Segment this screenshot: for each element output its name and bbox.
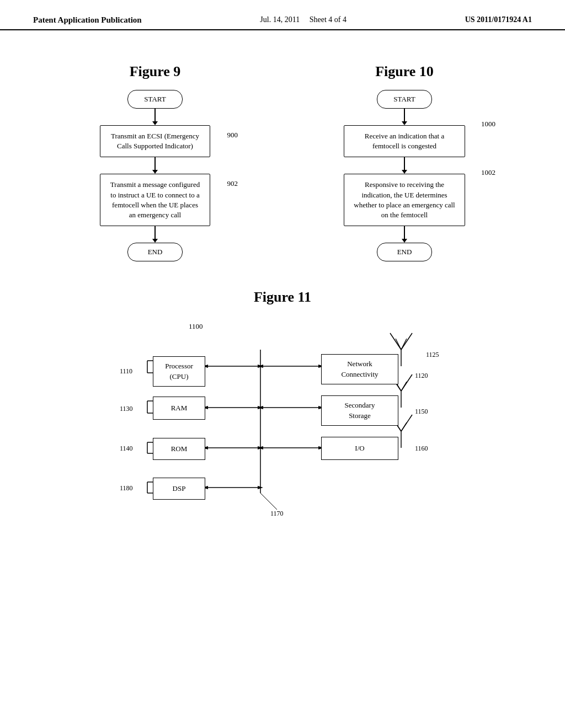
- svg-line-31: [401, 382, 407, 391]
- fig9-end: END: [127, 243, 183, 261]
- publication-date: Jul. 14, 2011: [260, 15, 300, 24]
- fig10-label1: 1000: [481, 120, 495, 129]
- fig10-box1: Receive an indication that a femtocell i…: [344, 125, 465, 157]
- fig11-bus-label: 1170: [270, 510, 284, 518]
- svg-line-24: [401, 333, 412, 350]
- fig10-arrow1: [402, 109, 407, 125]
- page-header: Patent Application Publication Jul. 14, …: [0, 0, 565, 30]
- figure10-title: Figure 10: [375, 63, 434, 80]
- fig11-io-box: I/O: [321, 437, 398, 460]
- fig11-cpu-box: Processor(CPU): [153, 356, 205, 387]
- svg-line-49: [260, 493, 277, 510]
- fig10-label2: 1002: [481, 168, 495, 177]
- fig9-box2: Transmit a message configured to instruc…: [100, 174, 210, 226]
- fig11-ram-label: 1130: [120, 405, 133, 413]
- fig11-sec-label: 1150: [415, 408, 428, 416]
- fig11-io-label: 1160: [415, 445, 428, 453]
- figure10-flowchart: Figure 10 START 1000 Receive an indicati…: [344, 63, 465, 261]
- fig10-arrow2: [402, 157, 407, 174]
- figure9-flowchart: Figure 9 START 900 Transmit an ECSI (Eme…: [100, 63, 210, 261]
- fig11-ram-box: RAM: [153, 397, 205, 420]
- patent-number: US 2011/0171924 A1: [465, 15, 532, 24]
- fig9-arrow3: [152, 226, 158, 243]
- fig10-box2: Responsive to receiving the indication, …: [344, 174, 465, 226]
- fig10-arrow3: [402, 226, 407, 243]
- publication-title: Patent Application Publication: [33, 15, 142, 25]
- fig10-start: START: [377, 90, 432, 109]
- fig9-start: START: [127, 90, 183, 109]
- fig9-arrow2: [152, 157, 158, 174]
- fig11-net-label: 1120: [415, 372, 428, 380]
- figure9-title: Figure 9: [130, 63, 181, 80]
- main-content: Figure 9 START 900 Transmit an ECSI (Eme…: [0, 30, 565, 537]
- fig11-dsp-label: 1180: [120, 484, 133, 493]
- figure11-diagram: 1100: [89, 322, 476, 521]
- fig11-antenna1-label: 1125: [426, 351, 439, 359]
- fig11-sec-box: SecondaryStorage: [321, 395, 398, 426]
- fig11-cpu-label: 1110: [120, 367, 132, 376]
- sheet-number: Sheet 4 of 4: [310, 15, 347, 24]
- figure11-container: Figure 11 1100: [33, 289, 532, 521]
- fig10-end: END: [377, 243, 432, 261]
- svg-line-25: [396, 339, 401, 350]
- figure11-title: Figure 11: [254, 289, 311, 306]
- svg-line-36: [401, 422, 407, 431]
- fig9-box1: Transmit an ECSI (Emergency Calls Suppor…: [100, 125, 210, 157]
- svg-line-23: [390, 333, 401, 350]
- fig11-dsp-box: DSP: [153, 478, 205, 500]
- publication-date-sheet: Jul. 14, 2011 Sheet 4 of 4: [260, 15, 347, 24]
- fig9-label2: 902: [227, 179, 238, 188]
- fig11-rom-label: 1140: [120, 445, 133, 453]
- fig9-arrow1: [152, 109, 158, 125]
- fig9-label1: 900: [227, 131, 238, 140]
- fig11-rom-box: ROM: [153, 438, 205, 460]
- fig11-net-box: NetworkConnectivity: [321, 354, 398, 384]
- svg-line-26: [401, 339, 407, 350]
- flowcharts-row: Figure 9 START 900 Transmit an ECSI (Eme…: [33, 63, 532, 261]
- fig11-svg: [89, 322, 476, 521]
